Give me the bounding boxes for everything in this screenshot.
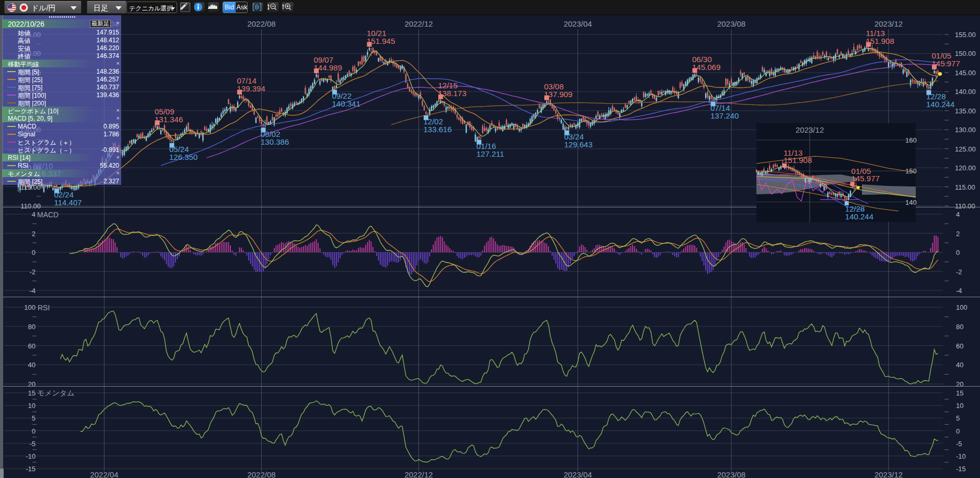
svg-text:150.00: 150.00	[955, 50, 976, 57]
svg-text:145.069: 145.069	[692, 63, 720, 72]
svg-text:モメンタム: モメンタム	[37, 389, 75, 397]
svg-text:0: 0	[956, 427, 960, 435]
svg-text:2022/08: 2022/08	[247, 470, 275, 478]
svg-text:131.346: 131.346	[155, 115, 183, 124]
svg-text:135.00: 135.00	[955, 107, 976, 115]
svg-text:114.407: 114.407	[54, 198, 82, 207]
svg-text:160: 160	[905, 136, 917, 144]
svg-text:2023/04: 2023/04	[564, 470, 592, 478]
svg-text:-2: -2	[29, 268, 36, 276]
svg-text:151.908: 151.908	[784, 156, 812, 165]
svg-text:155.00: 155.00	[955, 31, 976, 39]
svg-text:5: 5	[32, 414, 36, 422]
svg-text:110.00: 110.00	[20, 202, 41, 210]
svg-text:20: 20	[956, 380, 963, 388]
svg-text:2: 2	[32, 230, 36, 238]
svg-text:80: 80	[28, 323, 36, 331]
svg-text:2: 2	[956, 230, 960, 238]
svg-text:2022/04: 2022/04	[90, 470, 118, 478]
svg-text:120.00: 120.00	[955, 164, 976, 172]
svg-text:2023/08: 2023/08	[717, 470, 745, 478]
svg-text:60: 60	[28, 342, 36, 350]
svg-text:129.643: 129.643	[564, 140, 592, 149]
svg-text:2022/08: 2022/08	[247, 19, 275, 28]
svg-text:110.00: 110.00	[955, 202, 975, 210]
svg-text:20: 20	[28, 380, 36, 388]
svg-text:126.350: 126.350	[169, 153, 197, 161]
svg-text:-2: -2	[956, 268, 962, 276]
svg-text:0: 0	[956, 249, 960, 257]
svg-text:2023/12: 2023/12	[874, 19, 903, 28]
svg-text:125.00: 125.00	[955, 145, 976, 153]
svg-text:4: 4	[956, 211, 960, 218]
svg-text:145.00: 145.00	[955, 69, 976, 77]
svg-text:-5: -5	[956, 440, 962, 448]
svg-text:2023/12: 2023/12	[874, 470, 903, 478]
svg-text:-4: -4	[956, 287, 962, 295]
svg-text:MACD: MACD	[37, 211, 59, 219]
svg-text:0: 0	[32, 249, 36, 257]
svg-text:-10: -10	[956, 452, 966, 460]
svg-text:100: 100	[24, 304, 36, 311]
svg-text:2023/08: 2023/08	[717, 19, 745, 28]
svg-text:137.240: 137.240	[710, 111, 739, 120]
svg-text:5: 5	[956, 414, 960, 422]
svg-text:140.341: 140.341	[332, 99, 360, 108]
svg-text:40: 40	[28, 361, 36, 369]
svg-text:144.989: 144.989	[314, 63, 342, 72]
svg-text:0: 0	[32, 427, 36, 435]
svg-text:138.173: 138.173	[438, 89, 466, 98]
svg-text:-5: -5	[29, 440, 36, 448]
svg-text:127.211: 127.211	[476, 149, 504, 158]
svg-text:100: 100	[956, 304, 967, 311]
svg-text:RSI: RSI	[38, 304, 50, 312]
svg-text:151.945: 151.945	[367, 37, 395, 45]
svg-text:115.00: 115.00	[955, 183, 975, 191]
svg-text:137.909: 137.909	[544, 90, 573, 99]
svg-text:130.386: 130.386	[261, 137, 289, 146]
svg-text:10: 10	[28, 402, 36, 410]
svg-text:40: 40	[956, 361, 963, 369]
svg-text:-4: -4	[29, 287, 36, 295]
svg-text:2022/12: 2022/12	[404, 19, 433, 28]
svg-text:140.244: 140.244	[926, 100, 954, 109]
svg-text:4: 4	[32, 211, 36, 218]
svg-text:2023/12: 2023/12	[796, 125, 824, 134]
svg-text:140.244: 140.244	[845, 212, 873, 221]
svg-text:140.00: 140.00	[955, 88, 976, 96]
svg-text:15: 15	[956, 389, 963, 397]
svg-text:80: 80	[956, 323, 963, 331]
svg-text:145.977: 145.977	[851, 174, 880, 183]
svg-text:151.908: 151.908	[866, 37, 894, 45]
svg-text:139.394: 139.394	[237, 84, 265, 93]
svg-text:10: 10	[956, 402, 963, 410]
svg-text:15: 15	[28, 389, 36, 397]
svg-text:140: 140	[905, 199, 917, 206]
svg-text:145.977: 145.977	[932, 59, 960, 68]
svg-text:130.00: 130.00	[955, 126, 976, 134]
svg-text:-10: -10	[26, 452, 36, 460]
svg-text:-15: -15	[956, 465, 966, 473]
svg-text:2022/12: 2022/12	[404, 470, 433, 478]
svg-text:60: 60	[956, 342, 963, 350]
svg-text:-15: -15	[26, 465, 36, 473]
svg-text:133.616: 133.616	[424, 125, 452, 134]
svg-text:2023/04: 2023/04	[564, 19, 592, 28]
